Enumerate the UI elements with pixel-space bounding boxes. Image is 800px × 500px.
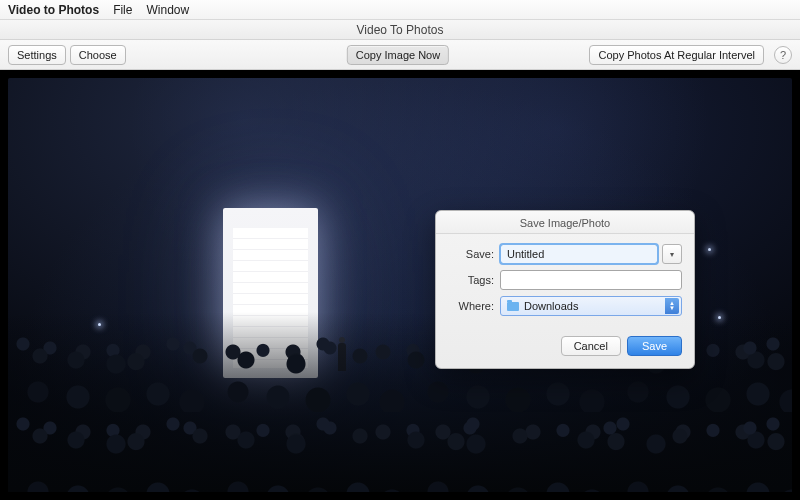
where-label: Where: <box>448 300 494 312</box>
where-value: Downloads <box>524 300 578 312</box>
tags-label: Tags: <box>448 274 494 286</box>
tags-input[interactable] <box>500 270 682 290</box>
folder-icon <box>507 302 519 311</box>
stage-light-icon <box>708 248 711 251</box>
app-name[interactable]: Video to Photos <box>8 3 99 17</box>
chevron-down-icon: ▾ <box>670 250 674 259</box>
stage-light-icon <box>718 316 721 319</box>
select-stepper-icon: ▲▼ <box>665 298 679 314</box>
copy-image-now-button[interactable]: Copy Image Now <box>347 45 449 65</box>
menubar: Video to Photos File Window <box>0 0 800 20</box>
menu-file[interactable]: File <box>113 3 132 17</box>
window-title: Video To Photos <box>0 20 800 40</box>
settings-button[interactable]: Settings <box>8 45 66 65</box>
choose-button[interactable]: Choose <box>70 45 126 65</box>
menu-window[interactable]: Window <box>146 3 189 17</box>
copy-interval-button[interactable]: Copy Photos At Regular Intervel <box>589 45 764 65</box>
save-dialog: Save Image/Photo Save: ▾ Tags: Where: Do… <box>435 210 695 369</box>
help-button[interactable]: ? <box>774 46 792 64</box>
window-title-text: Video To Photos <box>357 23 444 37</box>
video-area: Save Image/Photo Save: ▾ Tags: Where: Do… <box>0 70 800 500</box>
cancel-button[interactable]: Cancel <box>561 336 621 356</box>
save-as-label: Save: <box>448 248 494 260</box>
save-as-input[interactable] <box>500 244 658 264</box>
stage-light-icon <box>98 323 101 326</box>
dialog-title: Save Image/Photo <box>436 211 694 234</box>
toolbar: Settings Choose Copy Image Now Copy Phot… <box>0 40 800 70</box>
save-button[interactable]: Save <box>627 336 682 356</box>
expand-disclosure-button[interactable]: ▾ <box>662 244 682 264</box>
where-select[interactable]: Downloads ▲▼ <box>500 296 682 316</box>
